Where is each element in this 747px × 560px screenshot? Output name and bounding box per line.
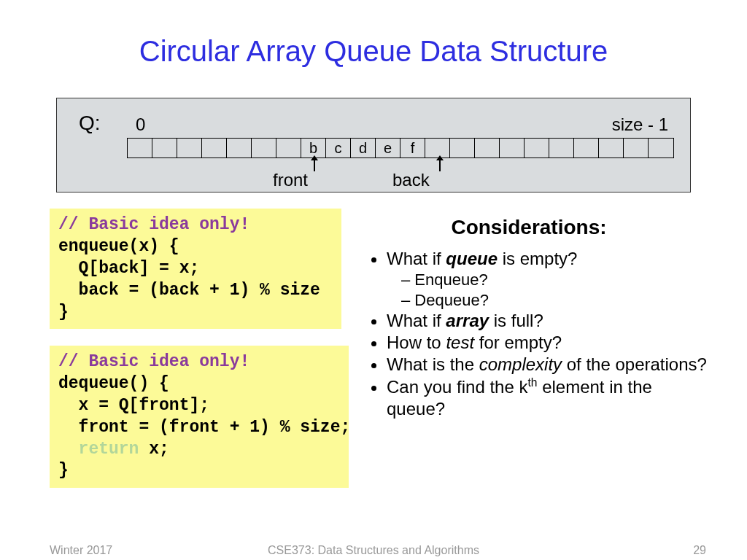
array-cell <box>177 139 202 158</box>
queue-panel: Q: 0 size - 1 bcdef front back <box>56 98 691 192</box>
dequeue-code: // Basic idea only! dequeue() { x = Q[fr… <box>50 346 349 488</box>
array-cell <box>252 139 276 158</box>
array-cell: c <box>326 139 351 158</box>
zero-index-label: 0 <box>136 114 145 135</box>
size-minus-one-label: size - 1 <box>612 114 668 135</box>
consideration-item: Can you find the kth element in the queu… <box>387 376 715 420</box>
considerations-list: What if queue is empty? Enqueue? Dequeue… <box>387 248 715 420</box>
footer-course: CSE373: Data Structures and Algorithms <box>0 544 747 557</box>
consideration-item: What if array is full? <box>387 310 715 332</box>
footer-page-number: 29 <box>693 544 706 557</box>
array-cell <box>276 139 301 158</box>
considerations-heading: Considerations: <box>343 216 715 239</box>
sub-item: Dequeue? <box>401 290 715 311</box>
enqueue-code: // Basic idea only! enqueue(x) { Q[back]… <box>50 209 341 329</box>
array-cell <box>549 139 574 158</box>
queue-label: Q: <box>79 112 101 135</box>
sub-item: Enqueue? <box>401 270 715 290</box>
array-cells: bcdef <box>127 138 674 158</box>
considerations-section: Considerations: What if queue is empty? … <box>365 216 715 420</box>
slide-title: Circular Array Queue Data Structure <box>0 0 747 68</box>
array-cell <box>599 139 624 158</box>
array-cell <box>525 139 549 158</box>
array-cell: f <box>400 139 425 158</box>
front-label: front <box>273 170 308 190</box>
array-cell <box>500 139 525 158</box>
array-cell <box>450 139 475 158</box>
array-cell <box>574 139 599 158</box>
array-cell <box>624 139 649 158</box>
front-arrow <box>314 160 315 171</box>
array-cell <box>128 139 152 158</box>
array-cell <box>649 139 673 158</box>
array-cell <box>475 139 500 158</box>
consideration-item: What if queue is empty? Enqueue? Dequeue… <box>387 248 715 310</box>
array-cell: d <box>351 139 376 158</box>
consideration-item: What is the complexity of the operations… <box>387 354 715 376</box>
array-cell <box>202 139 227 158</box>
back-label: back <box>392 170 430 190</box>
back-arrow <box>439 160 441 171</box>
array-cell <box>152 139 177 158</box>
array-cell: e <box>376 139 400 158</box>
array-cell <box>227 139 252 158</box>
consideration-item: How to test for empty? <box>387 332 715 354</box>
